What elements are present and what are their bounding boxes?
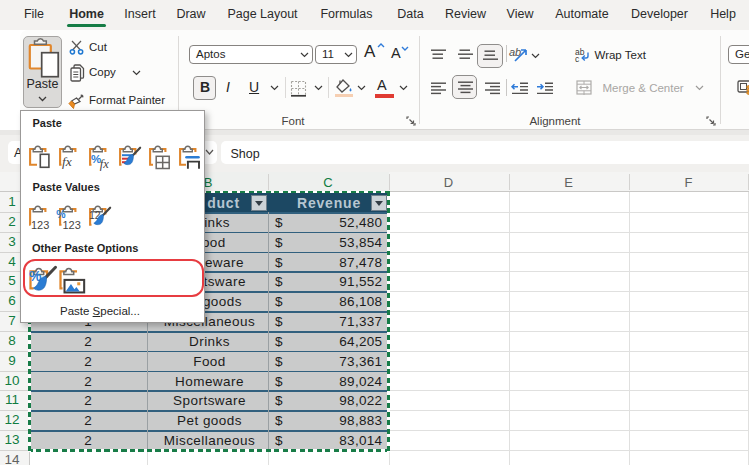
svg-text:123: 123: [62, 219, 80, 231]
svg-text:fx: fx: [99, 157, 108, 171]
svg-text:%: %: [56, 207, 66, 219]
svg-text:fx: fx: [62, 154, 72, 169]
svg-text:123: 123: [31, 219, 49, 231]
